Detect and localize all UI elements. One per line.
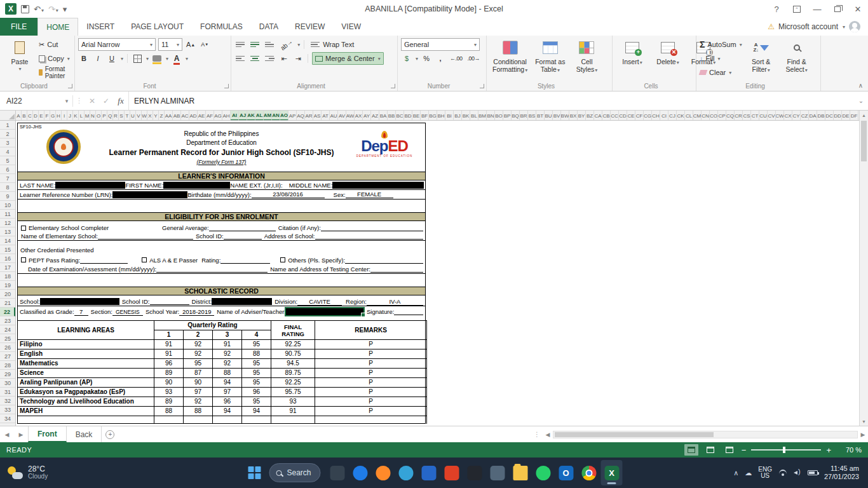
confirm-entry-icon[interactable]: ✓ bbox=[99, 97, 113, 105]
formula-content[interactable]: ERLYN ALMINAR bbox=[128, 92, 854, 110]
cancel-entry-icon[interactable]: ✕ bbox=[85, 97, 99, 105]
column-header-CJ[interactable]: CJ bbox=[668, 111, 677, 121]
clipboard-dialog-launcher[interactable] bbox=[68, 84, 72, 88]
column-header-AW[interactable]: AW bbox=[346, 111, 355, 121]
autosum-button[interactable]: ΣAutoSum▾ bbox=[700, 38, 742, 51]
ribbon-tab-formulas[interactable]: FORMULAS bbox=[192, 18, 251, 36]
row-header-10[interactable]: 10 bbox=[0, 201, 15, 210]
restore-button[interactable] bbox=[827, 0, 848, 18]
row-header-33[interactable]: 33 bbox=[0, 405, 15, 414]
quarter-2-header[interactable]: 2 bbox=[184, 330, 213, 340]
font-dialog-launcher[interactable] bbox=[224, 84, 229, 88]
taskbar-app-store[interactable] bbox=[418, 460, 440, 485]
column-header-CD[interactable]: CD bbox=[619, 111, 627, 121]
grade-value-cell[interactable]: P bbox=[315, 340, 427, 349]
column-header-U[interactable]: U bbox=[130, 111, 136, 121]
language-indicator[interactable]: ENG US bbox=[758, 466, 772, 479]
orientation-icon[interactable]: ab→ bbox=[276, 34, 297, 54]
row-header-21[interactable]: 21 bbox=[0, 299, 15, 308]
learning-area-cell[interactable]: English bbox=[18, 349, 154, 359]
delete-cells-button[interactable]: ✕ Delete▾ bbox=[651, 38, 684, 81]
grade-value-cell[interactable]: 94 bbox=[242, 407, 271, 416]
column-header-BP[interactable]: BP bbox=[503, 111, 512, 121]
column-header-J[interactable]: J bbox=[67, 111, 73, 121]
column-header-CQ[interactable]: CQ bbox=[726, 111, 735, 121]
column-header-BA[interactable]: BA bbox=[379, 111, 388, 121]
column-header-BY[interactable]: BY bbox=[578, 111, 586, 121]
taskbar-app-outlook[interactable]: O bbox=[555, 460, 577, 485]
learning-area-cell[interactable]: Technology and Livelihood Education bbox=[18, 397, 154, 407]
decrease-font-icon[interactable]: A▼ bbox=[199, 38, 210, 51]
redacted-value[interactable] bbox=[332, 182, 424, 189]
taskbar-app-firefox[interactable] bbox=[372, 460, 394, 485]
zoom-out-button[interactable]: − bbox=[742, 445, 747, 455]
grade-value-cell[interactable]: 92 bbox=[184, 397, 213, 407]
column-header-Q[interactable]: Q bbox=[107, 111, 113, 121]
ribbon-tab-file[interactable]: FILE bbox=[0, 18, 37, 36]
taskbar-app-game-dark[interactable] bbox=[464, 460, 485, 485]
cell-styles-button[interactable]: Cell Styles▾ bbox=[570, 38, 603, 81]
column-header-BJ[interactable]: BJ bbox=[454, 111, 462, 121]
grade-value-cell[interactable]: 95 bbox=[242, 369, 271, 378]
column-header-E[interactable]: E bbox=[39, 111, 44, 121]
row-header-17[interactable]: 17 bbox=[0, 263, 15, 272]
learning-areas-header[interactable]: LEARNING AREAS bbox=[18, 321, 154, 340]
column-header-CW[interactable]: CW bbox=[776, 111, 784, 121]
column-header-AJ[interactable]: AJ bbox=[239, 111, 247, 121]
sheet-nav-prev-icon[interactable]: ◀ bbox=[0, 426, 14, 442]
column-header-AK[interactable]: AK bbox=[247, 111, 255, 121]
taskbar-app-whatsapp[interactable] bbox=[532, 460, 554, 485]
column-header-CH[interactable]: CH bbox=[652, 111, 660, 121]
ribbon-tab-page-layout[interactable]: PAGE LAYOUT bbox=[123, 18, 192, 36]
qat-customize-icon[interactable]: ▾ bbox=[63, 5, 67, 13]
column-header-CP[interactable]: CP bbox=[718, 111, 726, 121]
hidden-icons-chevron-icon[interactable]: ∧ bbox=[733, 469, 738, 477]
column-header-M[interactable]: M bbox=[85, 111, 90, 121]
redacted-value[interactable] bbox=[212, 298, 272, 305]
column-header-Z[interactable]: Z bbox=[159, 111, 165, 121]
taskbar-app-edge[interactable] bbox=[395, 460, 417, 485]
vertical-scrollbar[interactable]: ▲ ▼ bbox=[859, 111, 868, 426]
select-all-corner[interactable] bbox=[0, 111, 16, 121]
help-button[interactable]: ? bbox=[766, 0, 787, 18]
column-header-AO[interactable]: AO bbox=[280, 111, 288, 121]
column-header-I[interactable]: I bbox=[62, 111, 67, 121]
taskbar-app-chrome[interactable] bbox=[578, 460, 600, 485]
grade-value-cell[interactable]: 96 bbox=[154, 359, 184, 369]
middle-align-icon[interactable] bbox=[249, 38, 261, 51]
row-header-34[interactable]: 34 bbox=[0, 414, 15, 423]
column-header-BH[interactable]: BH bbox=[437, 111, 445, 121]
align-left-icon[interactable] bbox=[234, 52, 247, 65]
excel-app-icon[interactable]: X bbox=[5, 3, 17, 15]
fill-button[interactable]: ↓Fill▾ bbox=[700, 52, 742, 65]
adviser-selected-cell[interactable] bbox=[286, 308, 363, 315]
tab-split-grip[interactable]: ⋮ bbox=[531, 431, 543, 438]
row-header-31[interactable]: 31 bbox=[0, 388, 15, 396]
row-header-7[interactable]: 7 bbox=[0, 174, 15, 183]
remarks-header[interactable]: REMARKS bbox=[315, 321, 427, 340]
column-header-AP[interactable]: AP bbox=[288, 111, 297, 121]
column-header-X[interactable]: X bbox=[147, 111, 153, 121]
column-header-BZ[interactable]: BZ bbox=[586, 111, 594, 121]
expand-formula-bar-icon[interactable]: ⌄ bbox=[854, 97, 868, 104]
testing-center-field[interactable] bbox=[370, 266, 423, 273]
column-header-BX[interactable]: BX bbox=[569, 111, 578, 121]
column-header-BD[interactable]: BD bbox=[404, 111, 412, 121]
column-header-BE[interactable]: BE bbox=[412, 111, 421, 121]
taskbar-app-excel[interactable]: X bbox=[601, 460, 623, 485]
column-header-O[interactable]: O bbox=[96, 111, 102, 121]
column-header-AB[interactable]: AB bbox=[173, 111, 181, 121]
save-icon[interactable] bbox=[21, 5, 29, 13]
column-header-BV[interactable]: BV bbox=[553, 111, 561, 121]
row-header-29[interactable]: 29 bbox=[0, 370, 15, 379]
column-header-AZ[interactable]: AZ bbox=[371, 111, 379, 121]
column-header-BB[interactable]: BB bbox=[388, 111, 396, 121]
column-header-AM[interactable]: AM bbox=[264, 111, 272, 121]
increase-font-icon[interactable]: A▲ bbox=[185, 38, 196, 51]
ribbon-tab-review[interactable]: REVIEW bbox=[287, 18, 333, 36]
grade-value-cell[interactable]: 88 bbox=[242, 349, 271, 359]
column-header-BI[interactable]: BI bbox=[445, 111, 454, 121]
comma-style-icon[interactable]: , bbox=[435, 52, 446, 65]
undo-icon[interactable]: ↶▾ bbox=[34, 5, 44, 13]
grade-value-cell[interactable]: 88 bbox=[213, 369, 242, 378]
